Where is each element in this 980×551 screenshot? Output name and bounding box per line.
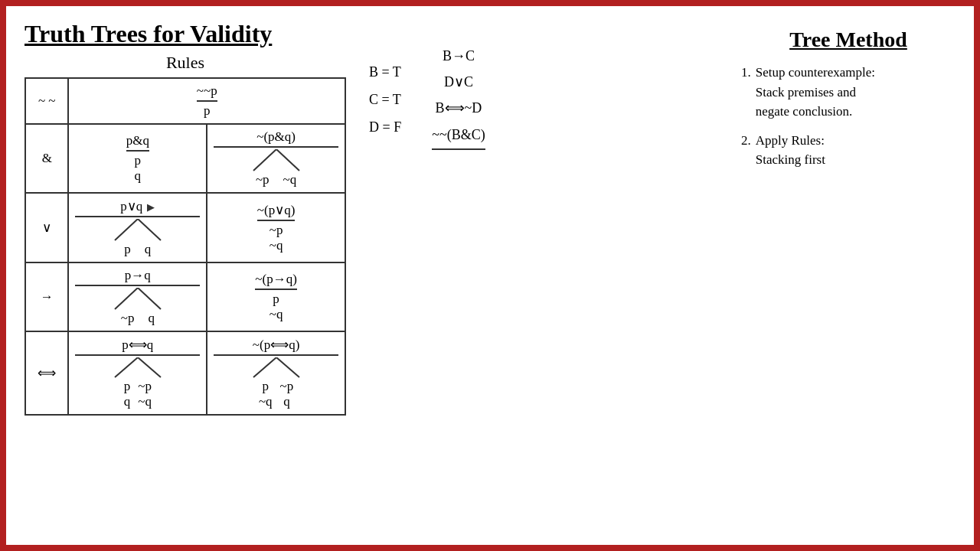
table-row: & p&q pq ~(p&q) ~p xyxy=(25,124,345,193)
bicond-neg-right-top: ~pq xyxy=(280,379,294,409)
step-2-title: Apply Rules: xyxy=(756,131,825,151)
cursor-icon: ▶ xyxy=(147,201,155,213)
middle-section: B = T C = T D = F B→C D∨C B⟺~D ~~(B&C) xyxy=(354,20,718,531)
step-1-detail-2: negate conclusion. xyxy=(756,102,875,122)
tree-method-title: Tree Method xyxy=(741,28,956,52)
or-pos-right: q xyxy=(145,242,152,257)
bicond-pos-right-top: ~p~q xyxy=(138,379,152,409)
step-1-content: Setup counterexample: Stack premises and… xyxy=(756,63,875,122)
rule-implies-positive: p→q ~p q xyxy=(68,262,207,331)
svg-line-5 xyxy=(138,288,161,309)
svg-line-8 xyxy=(253,357,276,377)
bicond-neg-arms: p~q ~pq xyxy=(214,379,338,409)
step-2-number: 2. xyxy=(741,131,751,170)
impl-pos-branch: p→q ~p q xyxy=(75,268,200,326)
step-2-content: Apply Rules: Stacking first xyxy=(756,131,825,170)
symbol-double-neg: ~ ~ xyxy=(25,78,68,124)
rule-or-negative: ~(p∨q) ~p~q xyxy=(207,193,345,262)
logical-expressions: B→C D∨C B⟺~D ~~(B&C) xyxy=(432,43,485,150)
table-row: ⟺ p⟺q pq ~p~q xyxy=(25,331,345,415)
symbol-bicond: ⟺ xyxy=(25,331,68,415)
double-neg-fraction: ~~p p xyxy=(197,83,217,119)
expr-line1: B→C xyxy=(432,43,485,69)
impl-pos-right: q xyxy=(148,311,155,326)
or-pos-arms: p q xyxy=(75,242,200,257)
or-pos-branch: p∨q ▶ p q xyxy=(75,198,200,257)
rule-and-positive: p&q pq xyxy=(68,124,207,193)
or-neg-fraction: ~(p∨q) ~p~q xyxy=(257,202,296,253)
example-area: B = T C = T D = F B→C D∨C B⟺~D ~~(B&C) xyxy=(369,51,718,150)
rule-or-positive: p∨q ▶ p q xyxy=(68,193,207,262)
table-row: ~ ~ ~~p p xyxy=(25,78,345,124)
bicond-pos-branch: p⟺q pq ~p~q xyxy=(75,337,200,409)
impl-pos-top: p→q xyxy=(75,268,200,286)
expr-line4: ~~(B&C) xyxy=(432,122,485,150)
step-1: 1. Setup counterexample: Stack premises … xyxy=(741,63,956,122)
impl-neg-top: ~(p→q) xyxy=(255,272,297,290)
and-neg-top: ~(p&q) xyxy=(214,129,338,148)
rule-implies-negative: ~(p→q) p~q xyxy=(207,262,345,331)
symbol-implies: → xyxy=(25,262,68,331)
rule-and-negative: ~(p&q) ~p ~q xyxy=(207,124,345,193)
and-pos-fraction: p&q pq xyxy=(126,133,149,184)
svg-line-1 xyxy=(276,149,299,171)
impl-neg-bot: p~q xyxy=(270,292,283,322)
right-section: Tree Method 1. Setup counterexample: Sta… xyxy=(726,20,956,531)
expr-line2: D∨C xyxy=(432,69,485,95)
expr-line3: B⟺~D xyxy=(432,95,485,121)
symbol-or: ∨ xyxy=(25,193,68,262)
step-1-number: 1. xyxy=(741,63,751,122)
table-row: ∨ p∨q ▶ p q xyxy=(25,193,345,262)
svg-line-9 xyxy=(276,357,299,377)
rules-label: Rules xyxy=(24,53,346,73)
or-neg-bot: ~p~q xyxy=(270,223,283,253)
impl-pos-left: ~p xyxy=(121,311,135,326)
or-pos-top: p∨q ▶ xyxy=(75,198,200,217)
bicond-pos-top: p⟺q xyxy=(75,337,200,356)
expr-underlined: ~~(B&C) xyxy=(432,122,485,150)
rule-bicond-negative: ~(p⟺q) p~q ~pq xyxy=(207,331,345,415)
step-2: 2. Apply Rules: Stacking first xyxy=(741,131,956,170)
step-1-title: Setup counterexample: xyxy=(756,63,875,83)
and-neg-left: ~p xyxy=(256,172,270,187)
impl-neg-fraction: ~(p→q) p~q xyxy=(255,272,297,322)
and-pos-top: p&q xyxy=(126,133,149,152)
left-section: Truth Trees for Validity Rules ~ ~ ~~p p… xyxy=(24,20,346,531)
assignment-c: C = T xyxy=(369,86,401,113)
rule-bicond-positive: p⟺q pq ~p~q xyxy=(68,331,207,415)
svg-line-6 xyxy=(115,357,138,377)
impl-pos-arms: ~p q xyxy=(75,311,200,326)
bicond-neg-left-top: p~q xyxy=(259,379,273,409)
truth-assignments: B = T C = T D = F xyxy=(369,58,401,141)
rule-double-neg: ~~p p xyxy=(68,78,345,124)
svg-line-0 xyxy=(253,149,276,171)
rules-table: ~ ~ ~~p p & p&q pq xyxy=(24,77,346,416)
bicond-neg-top: ~(p⟺q) xyxy=(214,337,338,356)
and-neg-right: ~q xyxy=(283,172,297,187)
and-pos-bot1: pq xyxy=(135,153,142,184)
and-neg-arms: ~p ~q xyxy=(214,172,338,187)
step-2-detail-1: Stacking first xyxy=(756,150,825,170)
svg-line-2 xyxy=(115,219,138,240)
or-neg-top: ~(p∨q) xyxy=(257,202,296,221)
bicond-pos-arms: pq ~p~q xyxy=(75,379,200,409)
svg-line-7 xyxy=(138,357,161,377)
assignment-d: D = F xyxy=(369,113,401,141)
table-row: → p→q ~p q xyxy=(25,262,345,331)
double-neg-denominator: p xyxy=(204,103,211,119)
svg-line-4 xyxy=(115,288,138,309)
bicond-pos-left-top: pq xyxy=(124,379,131,409)
page-title: Truth Trees for Validity xyxy=(24,20,346,48)
assignment-b: B = T xyxy=(369,58,401,86)
double-neg-numerator: ~~p xyxy=(197,83,217,102)
or-pos-left: p xyxy=(124,242,131,257)
step-1-detail-1: Stack premises and xyxy=(756,83,875,103)
svg-line-3 xyxy=(138,219,161,240)
bicond-neg-branch: ~(p⟺q) p~q ~pq xyxy=(214,337,338,409)
and-neg-branch: ~(p&q) ~p ~q xyxy=(214,129,338,187)
steps-list: 1. Setup counterexample: Stack premises … xyxy=(741,63,956,170)
symbol-and: & xyxy=(25,124,68,193)
